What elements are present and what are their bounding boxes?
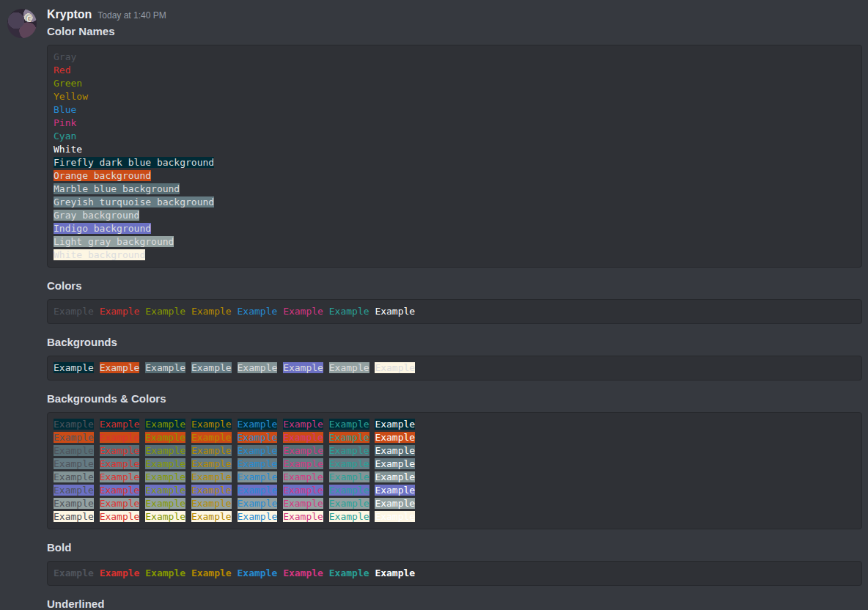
ansi-example: Example <box>329 362 369 373</box>
ansi-example: Example <box>283 306 323 317</box>
ansi-example: Example <box>54 306 94 317</box>
ansi-example: Example <box>375 306 415 317</box>
grid-row: Example Example Example Example Example … <box>54 418 856 431</box>
ansi-example: Example <box>329 567 369 578</box>
ansi-example: Example <box>283 471 323 482</box>
ansi-example: Example <box>54 362 94 373</box>
ansi-example: Example <box>191 306 232 317</box>
color-name-line: Orange background <box>54 169 856 183</box>
ansi-example: Example <box>54 498 94 509</box>
ansi-example: Example <box>191 445 232 456</box>
ansi-example: Example <box>329 445 369 456</box>
color-name-line: Firefly dark blue background <box>54 156 856 169</box>
section-header-bold: Bold <box>47 540 862 555</box>
code-block-color-names: GrayRedGreenYellowBluePinkCyanWhiteFiref… <box>47 45 862 268</box>
bg-color-name: Firefly dark blue background <box>54 157 214 168</box>
ansi-example: Example <box>100 567 140 578</box>
ansi-example: Example <box>375 511 415 522</box>
ansi-example: Example <box>145 306 185 317</box>
ansi-example: Example <box>145 432 185 443</box>
color-name-line: Indigo background <box>54 222 856 235</box>
ansi-example: Example <box>283 498 323 509</box>
ansi-example: Example <box>54 458 94 469</box>
ansi-example: Example <box>329 471 369 482</box>
ansi-example: Example <box>283 458 323 469</box>
color-name-line: Gray <box>54 51 856 64</box>
bg-color-name: Marble blue background <box>54 183 180 194</box>
ansi-example: Example <box>100 419 140 430</box>
ansi-example: Example <box>100 471 140 482</box>
grid-row: Example Example Example Example Example … <box>54 471 856 484</box>
ansi-example: Example <box>329 432 369 443</box>
ansi-example: Example <box>375 362 415 373</box>
bg-color-name: Greyish turquoise background <box>54 196 214 207</box>
ansi-example: Example <box>54 445 94 456</box>
ansi-example: Example <box>283 432 323 443</box>
ansi-example: Example <box>145 458 185 469</box>
color-name-line: Gray background <box>54 209 856 222</box>
ansi-example: Example <box>238 471 278 482</box>
ansi-example: Example <box>145 567 185 578</box>
ansi-example: Example <box>375 471 415 482</box>
ansi-example: Example <box>54 567 94 578</box>
ansi-example: Example <box>100 432 140 443</box>
bg-color-name: Gray background <box>54 210 139 221</box>
ansi-example: Example <box>54 471 94 482</box>
color-name-line: White <box>54 143 856 156</box>
ansi-example: Example <box>238 498 278 509</box>
ansi-example: Example <box>238 567 278 578</box>
ansi-example: Example <box>375 419 415 430</box>
color-name-line: Red <box>54 64 856 77</box>
fg-color-name: Red <box>54 65 70 76</box>
ansi-example: Example <box>238 511 278 522</box>
ansi-example: Example <box>283 419 323 430</box>
ansi-example: Example <box>238 445 278 456</box>
user-avatar[interactable]: C <box>7 9 37 38</box>
grid-row: Example Example Example Example Example … <box>54 431 856 444</box>
ansi-example: Example <box>375 458 415 469</box>
ansi-example: Example <box>191 419 232 430</box>
ansi-example: Example <box>145 498 185 509</box>
ansi-example: Example <box>145 511 185 522</box>
section-header-backgrounds-and-colors: Backgrounds & Colors <box>47 392 862 406</box>
color-name-line: Blue <box>54 103 856 117</box>
ansi-example: Example <box>329 419 369 430</box>
color-name-line: Light gray background <box>54 235 856 249</box>
fg-color-name: Cyan <box>54 131 76 142</box>
message-header: Krypton Today at 1:40 PM <box>47 7 862 23</box>
ansi-example: Example <box>375 567 415 578</box>
ansi-example: Example <box>191 511 232 522</box>
ansi-example: Example <box>100 511 140 522</box>
username[interactable]: Krypton <box>47 7 92 22</box>
chat-message: C Krypton Today at 1:40 PM Color Names G… <box>0 0 868 610</box>
ansi-example: Example <box>283 362 323 373</box>
color-name-line: Green <box>54 77 856 90</box>
color-name-line: Cyan <box>54 130 856 143</box>
code-block-colors: Example Example Example Example Example … <box>47 299 862 324</box>
ansi-example: Example <box>191 432 232 443</box>
ansi-example: Example <box>191 498 232 509</box>
bg-color-name: Indigo background <box>54 223 151 234</box>
ansi-example: Example <box>375 445 415 456</box>
ansi-example: Example <box>238 306 278 317</box>
fg-color-name: Gray <box>54 51 76 62</box>
ansi-example: Example <box>283 485 323 496</box>
ansi-example: Example <box>145 471 185 482</box>
code-block-bold: Example Example Example Example Example … <box>47 561 862 586</box>
ansi-example: Example <box>375 432 415 443</box>
code-block-grid: Example Example Example Example Example … <box>47 412 862 529</box>
section-header-underlined: Underlined <box>47 597 862 610</box>
ansi-example: Example <box>238 432 278 443</box>
color-name-line: Yellow <box>54 90 856 103</box>
ansi-example: Example <box>191 485 232 496</box>
bg-color-name: Light gray background <box>54 236 174 247</box>
ansi-example: Example <box>329 498 369 509</box>
timestamp: Today at 1:40 PM <box>98 8 166 23</box>
ansi-example: Example <box>329 458 369 469</box>
ansi-example: Example <box>100 306 140 317</box>
avatar-image: C <box>26 13 32 24</box>
color-name-line: Pink <box>54 117 856 130</box>
ansi-example: Example <box>145 485 185 496</box>
ansi-example: Example <box>145 445 185 456</box>
ansi-example: Example <box>191 567 232 578</box>
